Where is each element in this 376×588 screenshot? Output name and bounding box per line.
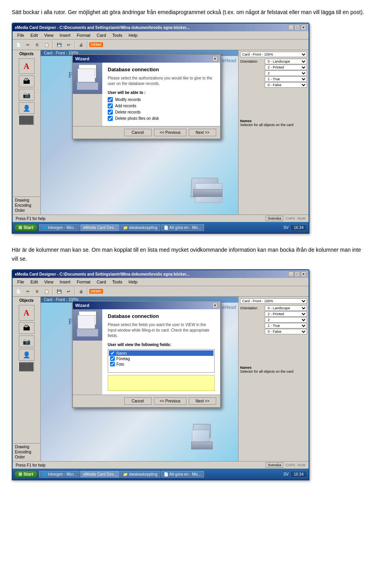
wizard-checkbox-photo-1[interactable]: Delete photo files on disk bbox=[108, 116, 215, 121]
menu-view-2[interactable]: View bbox=[41, 279, 57, 285]
toolbar-cut-btn-2[interactable]: ✂ bbox=[24, 287, 32, 296]
printed-select-1[interactable]: 2 - Printed bbox=[265, 65, 307, 70]
wizard-next-btn-1[interactable]: Next >> bbox=[189, 129, 216, 136]
orientation-select-1[interactable]: 0 - Landscape bbox=[265, 59, 307, 64]
toolbar-cut-btn-1[interactable]: ✂ bbox=[24, 40, 32, 49]
start-button-1[interactable]: ⊞ Start bbox=[14, 224, 38, 231]
checkbox-add-1[interactable] bbox=[108, 103, 113, 108]
taskbar-item-6[interactable]: eMedia Card Des... bbox=[80, 471, 119, 478]
printed-select-2[interactable]: 2 - Printed bbox=[265, 311, 307, 317]
tool-person-1[interactable]: 👤 bbox=[19, 102, 34, 114]
field-checkbox-foretag[interactable] bbox=[110, 356, 115, 361]
tool-image-1[interactable]: 🏔 bbox=[19, 76, 34, 87]
order-item-1[interactable]: Order bbox=[13, 208, 40, 213]
tool-photo-2[interactable]: 📷 bbox=[19, 335, 34, 347]
field-checkbox-foto[interactable] bbox=[110, 362, 115, 366]
menu-insert-1[interactable]: Insert bbox=[56, 32, 74, 38]
toolbar-print-btn-2[interactable]: 🖨 bbox=[77, 287, 85, 296]
wizard-cancel-btn-2[interactable]: Cancel bbox=[124, 397, 152, 405]
encoding-item-1[interactable]: Encoding bbox=[13, 203, 40, 208]
drawing-item-2[interactable]: Drawing bbox=[13, 444, 40, 449]
toolbar-sep-3 bbox=[87, 41, 88, 49]
wizard-cancel-btn-1[interactable]: Cancel bbox=[124, 129, 152, 136]
tool-text-1[interactable]: A bbox=[19, 58, 34, 74]
false-select-1[interactable]: 0 - False bbox=[265, 82, 307, 88]
toolbar-copy-btn-1[interactable]: ⎘ bbox=[33, 40, 42, 49]
encoding-item-2[interactable]: Encoding bbox=[13, 449, 40, 455]
toolbar-undo-btn-1[interactable]: ↩ bbox=[64, 40, 73, 49]
close-button-1[interactable]: × bbox=[301, 25, 306, 30]
menu-file-1[interactable]: File bbox=[14, 32, 27, 38]
wizard-checkbox-add-1[interactable]: Add records bbox=[108, 103, 215, 108]
wizard-previous-btn-2[interactable]: << Previous bbox=[154, 397, 186, 405]
tool-person-2[interactable]: 👤 bbox=[19, 349, 34, 361]
toolbar-paste-btn-1[interactable]: 📋 bbox=[42, 40, 51, 49]
card-front-dropdown-2[interactable]: Card - Front - 100% bbox=[240, 298, 307, 304]
checkbox-modify-label-1: Modify records bbox=[115, 97, 141, 102]
menu-card-1[interactable]: Card bbox=[94, 32, 109, 38]
tool-barcode-2[interactable] bbox=[19, 362, 34, 372]
start-button-2[interactable]: ⊞ Start bbox=[14, 471, 38, 478]
toolbar-print-btn-1[interactable]: 🖨 bbox=[77, 40, 85, 49]
val2-select-2[interactable]: 2 bbox=[265, 317, 307, 323]
menu-file-2[interactable]: File bbox=[14, 279, 27, 285]
taskbar-item-8[interactable]: 📄 Att göra en - Mic... bbox=[161, 471, 204, 478]
minimize-button-2[interactable]: _ bbox=[288, 271, 294, 277]
copy-icon: ⎘ bbox=[36, 43, 38, 47]
field-checkbox-namn[interactable] bbox=[110, 351, 115, 355]
menu-tools-2[interactable]: Tools bbox=[109, 279, 126, 285]
menu-edit-1[interactable]: Edit bbox=[27, 32, 41, 38]
menu-tools-1[interactable]: Tools bbox=[109, 32, 126, 38]
maximize-button-1[interactable]: □ bbox=[295, 25, 300, 30]
val2-select-1[interactable]: 2 bbox=[265, 70, 307, 76]
field-item-foretag[interactable]: Företag bbox=[109, 356, 213, 361]
true-select-1[interactable]: 1 - True bbox=[265, 76, 307, 82]
menu-view-1[interactable]: View bbox=[41, 32, 57, 38]
menu-help-1[interactable]: Help bbox=[125, 32, 141, 38]
drawing-item-1[interactable]: Drawing bbox=[13, 198, 40, 203]
wizard-previous-btn-1[interactable]: << Previous bbox=[154, 129, 186, 136]
checkbox-delete-1[interactable] bbox=[108, 110, 113, 115]
menu-insert-2[interactable]: Insert bbox=[56, 279, 74, 285]
toolbar-undo-btn-2[interactable]: ↩ bbox=[64, 287, 73, 296]
maximize-button-2[interactable]: □ bbox=[295, 271, 300, 277]
wizard-close-btn-2[interactable]: × bbox=[212, 303, 218, 308]
checkbox-photo-1[interactable] bbox=[108, 116, 113, 121]
toolbar-new-btn-1[interactable]: 📄 bbox=[14, 40, 23, 49]
checkbox-modify-1[interactable] bbox=[108, 97, 113, 102]
menu-help-2[interactable]: Help bbox=[125, 279, 141, 285]
menu-edit-2[interactable]: Edit bbox=[27, 279, 41, 285]
close-button-2[interactable]: × bbox=[301, 271, 306, 277]
toolbar-new-btn-2[interactable]: 📄 bbox=[14, 287, 23, 296]
taskbar-item-3[interactable]: 📁 databaskoppling bbox=[120, 224, 160, 231]
toolbar-copy-btn-2[interactable]: ⎘ bbox=[33, 287, 42, 296]
menu-format-2[interactable]: Format bbox=[74, 279, 94, 285]
tool-photo-1[interactable]: 📷 bbox=[19, 89, 34, 101]
field-list-2: Namn Företag Foto bbox=[108, 349, 215, 373]
toolbar-save-btn-1[interactable]: 💾 bbox=[55, 40, 63, 49]
tool-text-2[interactable]: A bbox=[19, 305, 34, 321]
toolbar-paste-btn-2[interactable]: 📋 bbox=[42, 287, 51, 296]
orientation-select-2[interactable]: 0 - Landscape bbox=[265, 305, 307, 311]
wizard-checkbox-delete-1[interactable]: Delete records bbox=[108, 110, 215, 115]
false-select-2[interactable]: 0 - False bbox=[265, 329, 307, 334]
card-front-dropdown-1[interactable]: Card - Front - 100% bbox=[240, 52, 307, 57]
taskbar-item-4[interactable]: 📄 Att göra en - Mic... bbox=[161, 224, 204, 231]
minimize-button-1[interactable]: _ bbox=[288, 25, 294, 30]
true-select-2[interactable]: 1 - True bbox=[265, 323, 307, 328]
order-item-2[interactable]: Order bbox=[13, 455, 40, 460]
wizard-checkbox-modify-1[interactable]: Modify records bbox=[108, 97, 215, 102]
field-item-foto[interactable]: Foto bbox=[109, 361, 213, 367]
menu-format-1[interactable]: Format bbox=[74, 32, 94, 38]
wizard-close-btn-1[interactable]: × bbox=[212, 56, 218, 61]
taskbar-item-5[interactable]: 🌐 Inkorgen - Micr... bbox=[39, 471, 80, 478]
taskbar-item-1[interactable]: 🌐 Inkorgen - Micr... bbox=[39, 224, 80, 231]
tool-image-2[interactable]: 🏔 bbox=[19, 322, 34, 334]
menu-card-2[interactable]: Card bbox=[94, 279, 109, 285]
toolbar-save-btn-2[interactable]: 💾 bbox=[55, 287, 63, 296]
wizard-next-btn-2[interactable]: Next >> bbox=[189, 397, 216, 405]
field-item-namn[interactable]: Namn bbox=[109, 350, 213, 356]
taskbar-item-2[interactable]: eMedia Card Des... bbox=[80, 224, 119, 231]
taskbar-item-7[interactable]: 📁 databaskoppling bbox=[120, 471, 160, 478]
tool-barcode-1[interactable] bbox=[19, 115, 34, 125]
